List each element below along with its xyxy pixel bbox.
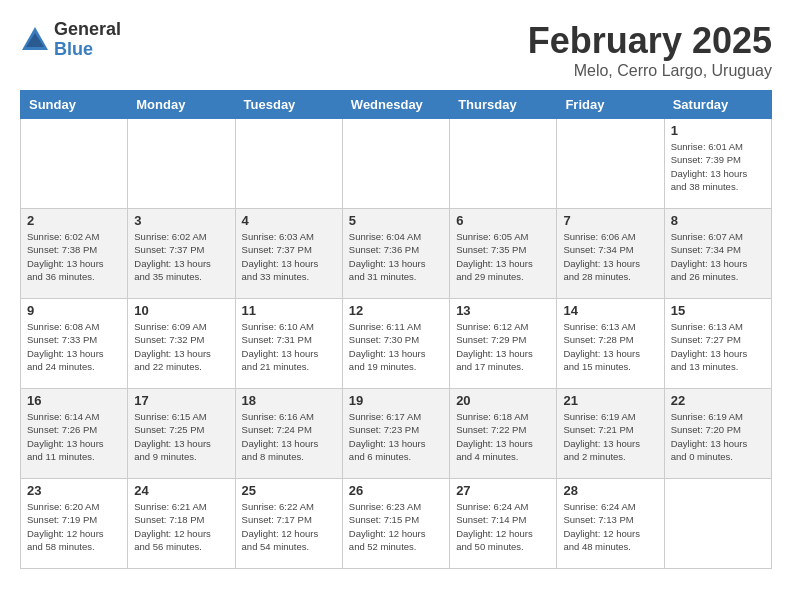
day-number: 12	[349, 303, 443, 318]
calendar-cell	[128, 119, 235, 209]
day-number: 19	[349, 393, 443, 408]
day-info: Sunrise: 6:14 AMSunset: 7:26 PMDaylight:…	[27, 410, 121, 463]
calendar-cell: 14Sunrise: 6:13 AMSunset: 7:28 PMDayligh…	[557, 299, 664, 389]
day-number: 15	[671, 303, 765, 318]
day-number: 17	[134, 393, 228, 408]
month-title: February 2025	[528, 20, 772, 62]
day-info: Sunrise: 6:10 AMSunset: 7:31 PMDaylight:…	[242, 320, 336, 373]
logo: General Blue	[20, 20, 121, 60]
calendar-cell: 4Sunrise: 6:03 AMSunset: 7:37 PMDaylight…	[235, 209, 342, 299]
calendar-week-row-5: 23Sunrise: 6:20 AMSunset: 7:19 PMDayligh…	[21, 479, 772, 569]
calendar-cell: 25Sunrise: 6:22 AMSunset: 7:17 PMDayligh…	[235, 479, 342, 569]
calendar-cell: 28Sunrise: 6:24 AMSunset: 7:13 PMDayligh…	[557, 479, 664, 569]
logo-blue-text: Blue	[54, 40, 121, 60]
calendar-week-row-3: 9Sunrise: 6:08 AMSunset: 7:33 PMDaylight…	[21, 299, 772, 389]
calendar-cell: 18Sunrise: 6:16 AMSunset: 7:24 PMDayligh…	[235, 389, 342, 479]
day-number: 1	[671, 123, 765, 138]
day-number: 22	[671, 393, 765, 408]
day-number: 11	[242, 303, 336, 318]
calendar-cell: 22Sunrise: 6:19 AMSunset: 7:20 PMDayligh…	[664, 389, 771, 479]
calendar-cell: 16Sunrise: 6:14 AMSunset: 7:26 PMDayligh…	[21, 389, 128, 479]
logo-text: General Blue	[54, 20, 121, 60]
day-number: 20	[456, 393, 550, 408]
calendar-cell	[450, 119, 557, 209]
day-number: 18	[242, 393, 336, 408]
day-number: 27	[456, 483, 550, 498]
day-info: Sunrise: 6:19 AMSunset: 7:21 PMDaylight:…	[563, 410, 657, 463]
day-info: Sunrise: 6:20 AMSunset: 7:19 PMDaylight:…	[27, 500, 121, 553]
day-number: 26	[349, 483, 443, 498]
day-info: Sunrise: 6:24 AMSunset: 7:14 PMDaylight:…	[456, 500, 550, 553]
calendar-header-thursday: Thursday	[450, 91, 557, 119]
day-info: Sunrise: 6:11 AMSunset: 7:30 PMDaylight:…	[349, 320, 443, 373]
day-info: Sunrise: 6:16 AMSunset: 7:24 PMDaylight:…	[242, 410, 336, 463]
calendar-header-monday: Monday	[128, 91, 235, 119]
calendar-cell: 15Sunrise: 6:13 AMSunset: 7:27 PMDayligh…	[664, 299, 771, 389]
day-number: 24	[134, 483, 228, 498]
calendar-cell: 8Sunrise: 6:07 AMSunset: 7:34 PMDaylight…	[664, 209, 771, 299]
calendar-cell: 10Sunrise: 6:09 AMSunset: 7:32 PMDayligh…	[128, 299, 235, 389]
day-number: 28	[563, 483, 657, 498]
calendar-week-row-2: 2Sunrise: 6:02 AMSunset: 7:38 PMDaylight…	[21, 209, 772, 299]
day-info: Sunrise: 6:03 AMSunset: 7:37 PMDaylight:…	[242, 230, 336, 283]
calendar-week-row-4: 16Sunrise: 6:14 AMSunset: 7:26 PMDayligh…	[21, 389, 772, 479]
day-info: Sunrise: 6:23 AMSunset: 7:15 PMDaylight:…	[349, 500, 443, 553]
day-number: 13	[456, 303, 550, 318]
calendar-cell: 20Sunrise: 6:18 AMSunset: 7:22 PMDayligh…	[450, 389, 557, 479]
day-info: Sunrise: 6:09 AMSunset: 7:32 PMDaylight:…	[134, 320, 228, 373]
calendar-cell	[342, 119, 449, 209]
day-info: Sunrise: 6:12 AMSunset: 7:29 PMDaylight:…	[456, 320, 550, 373]
day-info: Sunrise: 6:19 AMSunset: 7:20 PMDaylight:…	[671, 410, 765, 463]
calendar-table: SundayMondayTuesdayWednesdayThursdayFrid…	[20, 90, 772, 569]
day-number: 21	[563, 393, 657, 408]
day-number: 6	[456, 213, 550, 228]
day-info: Sunrise: 6:02 AMSunset: 7:37 PMDaylight:…	[134, 230, 228, 283]
title-area: February 2025 Melo, Cerro Largo, Uruguay	[528, 20, 772, 80]
day-info: Sunrise: 6:18 AMSunset: 7:22 PMDaylight:…	[456, 410, 550, 463]
calendar-cell: 5Sunrise: 6:04 AMSunset: 7:36 PMDaylight…	[342, 209, 449, 299]
calendar-cell: 9Sunrise: 6:08 AMSunset: 7:33 PMDaylight…	[21, 299, 128, 389]
calendar-cell	[21, 119, 128, 209]
day-info: Sunrise: 6:06 AMSunset: 7:34 PMDaylight:…	[563, 230, 657, 283]
calendar-header-row: SundayMondayTuesdayWednesdayThursdayFrid…	[21, 91, 772, 119]
day-info: Sunrise: 6:04 AMSunset: 7:36 PMDaylight:…	[349, 230, 443, 283]
calendar-cell	[664, 479, 771, 569]
day-info: Sunrise: 6:01 AMSunset: 7:39 PMDaylight:…	[671, 140, 765, 193]
day-number: 9	[27, 303, 121, 318]
calendar-header-tuesday: Tuesday	[235, 91, 342, 119]
day-number: 2	[27, 213, 121, 228]
day-number: 7	[563, 213, 657, 228]
calendar-cell: 7Sunrise: 6:06 AMSunset: 7:34 PMDaylight…	[557, 209, 664, 299]
calendar-cell: 1Sunrise: 6:01 AMSunset: 7:39 PMDaylight…	[664, 119, 771, 209]
day-info: Sunrise: 6:15 AMSunset: 7:25 PMDaylight:…	[134, 410, 228, 463]
day-info: Sunrise: 6:13 AMSunset: 7:27 PMDaylight:…	[671, 320, 765, 373]
day-number: 8	[671, 213, 765, 228]
day-number: 16	[27, 393, 121, 408]
day-info: Sunrise: 6:07 AMSunset: 7:34 PMDaylight:…	[671, 230, 765, 283]
day-info: Sunrise: 6:24 AMSunset: 7:13 PMDaylight:…	[563, 500, 657, 553]
calendar-cell: 23Sunrise: 6:20 AMSunset: 7:19 PMDayligh…	[21, 479, 128, 569]
calendar-header-saturday: Saturday	[664, 91, 771, 119]
calendar-cell: 2Sunrise: 6:02 AMSunset: 7:38 PMDaylight…	[21, 209, 128, 299]
day-info: Sunrise: 6:13 AMSunset: 7:28 PMDaylight:…	[563, 320, 657, 373]
day-number: 23	[27, 483, 121, 498]
calendar-cell: 11Sunrise: 6:10 AMSunset: 7:31 PMDayligh…	[235, 299, 342, 389]
header: General Blue February 2025 Melo, Cerro L…	[20, 20, 772, 80]
calendar-cell: 13Sunrise: 6:12 AMSunset: 7:29 PMDayligh…	[450, 299, 557, 389]
calendar-week-row-1: 1Sunrise: 6:01 AMSunset: 7:39 PMDaylight…	[21, 119, 772, 209]
day-number: 3	[134, 213, 228, 228]
logo-icon	[20, 25, 50, 55]
calendar-header-wednesday: Wednesday	[342, 91, 449, 119]
logo-general-text: General	[54, 20, 121, 40]
calendar-cell: 24Sunrise: 6:21 AMSunset: 7:18 PMDayligh…	[128, 479, 235, 569]
calendar-cell: 17Sunrise: 6:15 AMSunset: 7:25 PMDayligh…	[128, 389, 235, 479]
day-number: 5	[349, 213, 443, 228]
day-info: Sunrise: 6:05 AMSunset: 7:35 PMDaylight:…	[456, 230, 550, 283]
calendar-cell: 19Sunrise: 6:17 AMSunset: 7:23 PMDayligh…	[342, 389, 449, 479]
calendar-cell: 12Sunrise: 6:11 AMSunset: 7:30 PMDayligh…	[342, 299, 449, 389]
day-number: 25	[242, 483, 336, 498]
calendar-cell: 3Sunrise: 6:02 AMSunset: 7:37 PMDaylight…	[128, 209, 235, 299]
location-subtitle: Melo, Cerro Largo, Uruguay	[528, 62, 772, 80]
day-number: 10	[134, 303, 228, 318]
calendar-cell: 6Sunrise: 6:05 AMSunset: 7:35 PMDaylight…	[450, 209, 557, 299]
